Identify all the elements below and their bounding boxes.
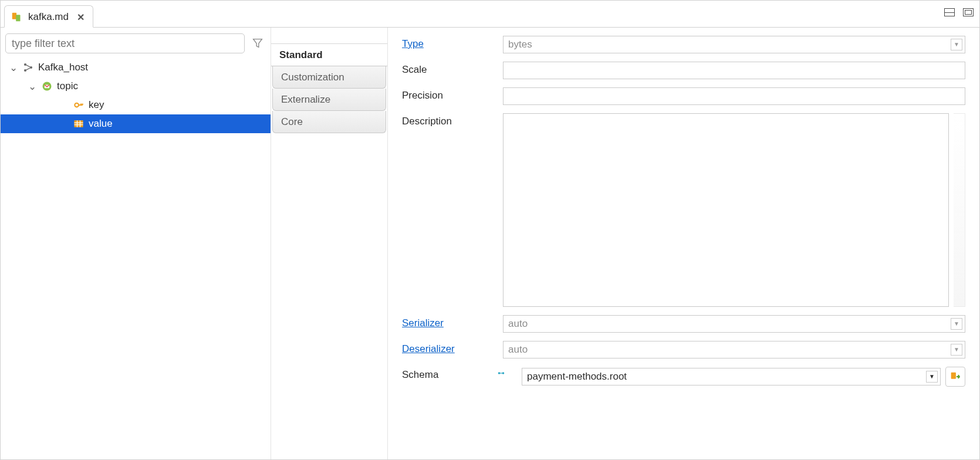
link-icon [495,367,508,380]
editor-window: kafka.md ✕ ⌄ [0,0,980,460]
file-icon [11,11,23,23]
filter-icon[interactable] [249,35,266,52]
scrollbar[interactable] [954,113,965,307]
maximize-button[interactable] [963,8,974,16]
tree-label: value [89,118,113,130]
precision-input[interactable] [503,87,965,105]
window-controls [944,8,979,27]
scale-input[interactable] [503,62,965,79]
svg-point-7 [75,103,79,107]
editor-tab-kafka-md[interactable]: kafka.md ✕ [4,5,93,28]
tree-node-topic[interactable]: ⌄ topic [1,77,271,96]
category-tab-core[interactable]: Core [272,111,386,133]
chevron-down-icon: ▼ [951,318,962,330]
tree-node-key[interactable]: key [1,96,271,114]
minimize-button[interactable] [944,8,955,16]
structure-panel: ⌄ Kafka_host ⌄ [1,28,271,459]
svg-point-2 [24,63,26,66]
chevron-down-icon: ▼ [951,39,962,50]
chevron-down-icon: ⌄ [28,80,37,93]
type-label[interactable]: Type [402,36,490,50]
svg-rect-1 [16,15,20,21]
category-tab-customization[interactable]: Customization [272,66,386,89]
svg-point-4 [30,66,32,69]
chevron-down-icon: ▼ [926,371,938,383]
tree-node-kafka-host[interactable]: ⌄ Kafka_host [1,58,271,77]
svg-rect-8 [75,120,83,127]
chevron-down-icon: ⌄ [9,62,18,74]
category-tab-list: Standard Customization Externalize Core [271,28,388,459]
schema-label: Schema [402,367,490,381]
svg-point-3 [24,69,26,72]
deserializer-label[interactable]: Deserializer [402,341,490,355]
category-tab-externalize[interactable]: Externalize [272,89,386,111]
properties-form: Type bytes ▼ Scale Precision [388,28,979,459]
svg-rect-12 [951,373,956,379]
type-select[interactable]: bytes ▼ [503,36,965,53]
chevron-down-icon: ▼ [951,344,962,356]
tree-node-value[interactable]: value [1,114,271,133]
tree-label: Kafka_host [38,62,88,73]
open-schema-button[interactable] [945,367,965,387]
tab-bar: kafka.md ✕ [1,1,979,28]
serializer-select[interactable]: auto ▼ [503,315,965,333]
key-icon [72,99,85,111]
description-label: Description [402,113,490,127]
schema-select[interactable]: payment-methods.root ▼ [522,368,941,385]
description-textarea[interactable] [503,113,949,307]
filter-input[interactable] [5,33,245,53]
close-tab-icon[interactable]: ✕ [77,12,85,23]
svg-rect-11 [499,373,503,373]
editor-tab-label: kafka.md [28,11,69,23]
structure-tree[interactable]: ⌄ Kafka_host ⌄ [1,57,271,459]
scale-label: Scale [402,62,490,76]
deserializer-select[interactable]: auto ▼ [503,341,965,358]
tree-label: key [89,99,104,111]
category-tab-standard[interactable]: Standard [271,44,387,66]
serializer-label[interactable]: Serializer [402,315,490,329]
svg-rect-0 [12,13,16,19]
graph-icon [22,61,35,74]
table-icon [72,117,85,130]
topic-icon [40,80,53,93]
tree-label: topic [57,80,78,92]
precision-label: Precision [402,87,490,102]
